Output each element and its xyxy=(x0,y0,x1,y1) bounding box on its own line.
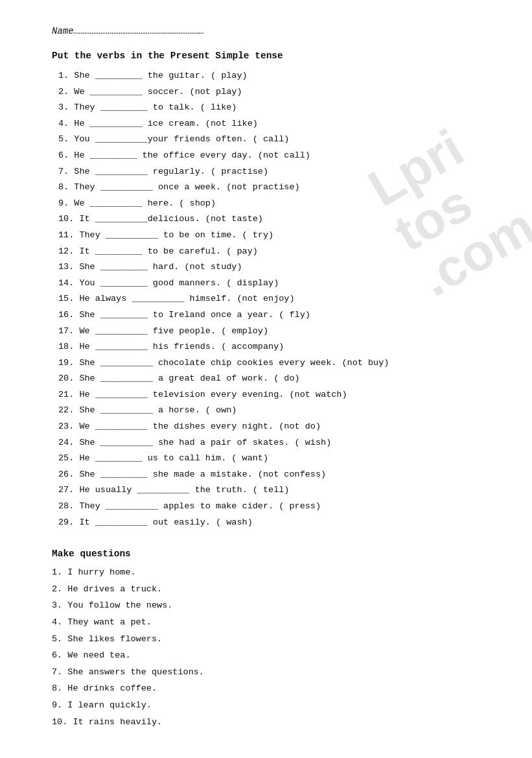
list-item: 6. We need tea. xyxy=(52,648,493,663)
list-item: 20. She __________ a great deal of work.… xyxy=(52,372,493,386)
list-item: 15. He always __________ himself. (not e… xyxy=(52,292,493,306)
list-item: 1. She _________ the guitar. ( play) xyxy=(52,69,493,83)
list-item: 5. She likes flowers. xyxy=(52,632,493,646)
list-item: 12. It _________ to be careful. ( pay) xyxy=(52,244,493,259)
exercise-list: 1. She _________ the guitar. ( play)2. W… xyxy=(52,69,493,529)
list-item: 3. You follow the news. xyxy=(52,598,493,613)
list-item: 6. He _________ the office every day. (n… xyxy=(52,148,493,163)
list-item: 7. She __________ regularly. ( practise) xyxy=(52,165,493,179)
list-item: 19. She __________ chocolate chip cookie… xyxy=(52,356,493,370)
list-item: 1. I hurry home. xyxy=(52,565,493,580)
list-item: 7. She answers the questions. xyxy=(52,665,493,680)
list-item: 28. They __________ apples to make cider… xyxy=(52,499,493,514)
list-item: 17. We __________ five people. ( employ) xyxy=(52,324,493,338)
list-item: 9. I learn quickly. xyxy=(52,698,493,713)
list-item: 23. We __________ the dishes every night… xyxy=(52,420,493,434)
list-item: 16. She _________ to Ireland once a year… xyxy=(52,308,493,322)
list-item: 29. It __________ out easily. ( wash) xyxy=(52,515,493,530)
list-item: 5. You __________your friends often. ( c… xyxy=(52,132,493,147)
list-item: 2. He drives a truck. xyxy=(52,582,493,597)
list-item: 3. They _________ to talk. ( like) xyxy=(52,101,493,115)
list-item: 2. We __________ soccer. (not play) xyxy=(52,85,493,99)
list-item: 18. He __________ his friends. ( accompa… xyxy=(52,340,493,354)
list-item: 27. He usually __________ the truth. ( t… xyxy=(52,483,493,497)
name-line: Name……………………………………………………………… xyxy=(52,26,493,36)
list-item: 14. You _________ good manners. ( displa… xyxy=(52,276,493,290)
section1-title: Put the verbs in the Present Simple tens… xyxy=(52,51,493,61)
list-item: 13. She _________ hard. (not study) xyxy=(52,260,493,274)
list-item: 9. We __________ here. ( shop) xyxy=(52,196,493,211)
list-item: 10. It rains heavily. xyxy=(52,715,493,729)
list-item: 8. He drinks coffee. xyxy=(52,681,493,696)
list-item: 21. He __________ television every eveni… xyxy=(52,388,493,402)
section2-title: Make questions xyxy=(52,549,493,559)
list-item: 24. She __________ she had a pair of ska… xyxy=(52,436,493,450)
questions-list: 1. I hurry home.2. He drives a truck.3. … xyxy=(52,565,493,729)
list-item: 25. He _________ us to call him. ( want) xyxy=(52,451,493,466)
list-item: 26. She _________ she made a mistake. (n… xyxy=(52,468,493,482)
list-item: 4. They want a pet. xyxy=(52,615,493,630)
list-item: 11. They __________ to be on time. ( try… xyxy=(52,228,493,243)
list-item: 4. He __________ ice cream. (not like) xyxy=(52,117,493,131)
list-item: 22. She __________ a horse. ( own) xyxy=(52,403,493,418)
list-item: 8. They __________ once a week. (not pra… xyxy=(52,180,493,195)
list-item: 10. It __________delicious. (not taste) xyxy=(52,212,493,226)
